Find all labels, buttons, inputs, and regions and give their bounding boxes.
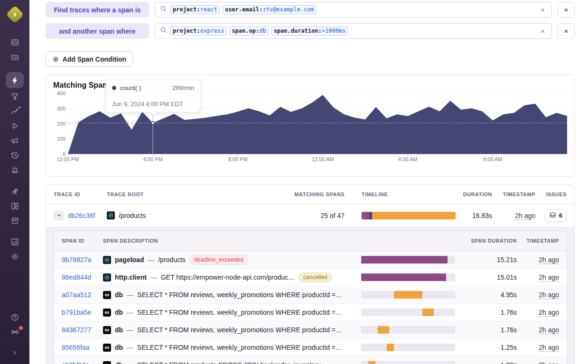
relative-timestamp[interactable]: 2h ago: [539, 291, 559, 299]
relative-timestamp[interactable]: 2h ago: [539, 256, 559, 264]
search-icon: [160, 5, 167, 14]
token-key: span.op:: [232, 27, 259, 34]
sidebar-item-discover[interactable]: [6, 184, 23, 199]
y-axis-label: 200: [53, 121, 65, 127]
sidebar-item-explore[interactable]: [6, 72, 24, 88]
relative-timestamp[interactable]: 2h ago: [539, 326, 559, 334]
span-search-input[interactable]: project:reactuser.email:ztv@example.com×: [155, 2, 552, 18]
span-timestamp-cell: 2h ago: [539, 343, 559, 352]
sidebar: [0, 0, 29, 364]
sidebar-item-funnel[interactable]: [6, 89, 23, 104]
filter-token[interactable]: project:react: [170, 5, 220, 14]
span-search-input[interactable]: project:expressspan.op:dbspan.duration:>…: [155, 23, 552, 39]
span-row: 9b78827apageload—/productsdeadline_excee…: [54, 251, 567, 269]
dash-separator: —: [148, 256, 154, 264]
clear-search-icon[interactable]: ×: [539, 5, 547, 14]
sidebar-item-stats[interactable]: [6, 235, 23, 249]
relative-timestamp[interactable]: 2h ago: [539, 361, 559, 364]
sentry-logo[interactable]: [4, 4, 25, 25]
span-op: db: [115, 291, 123, 299]
column-header-timestamp: TIMESTAMP: [527, 238, 559, 244]
span-duration-cell: 1.76s: [501, 326, 517, 334]
filter-token[interactable]: span.duration:>1000ms: [271, 27, 348, 36]
delete-condition-button[interactable]: ×: [558, 23, 575, 39]
issues-cell: 6: [545, 209, 567, 222]
span-timeline-cell: [361, 361, 456, 364]
timeline-bar-segment: [394, 291, 422, 299]
alerts-icon: [10, 165, 19, 174]
relative-timestamp[interactable]: 2h ago: [539, 344, 559, 351]
timeline-bar: [361, 256, 455, 264]
sidebar-item-projects[interactable]: [6, 50, 23, 64]
span-description-text: SELECT * FROM reviews, weekly_promotions…: [137, 326, 342, 334]
span-id-link[interactable]: b791ba5e: [62, 309, 91, 316]
filter-token[interactable]: user.email:ztv@example.com: [223, 5, 317, 14]
search-token-list: project:reactuser.email:ztv@example.com: [170, 5, 535, 14]
timeline-bar-segment: [362, 212, 369, 219]
trace-id-link[interactable]: db26c36f: [68, 212, 95, 219]
traces-table-panel: TRACE IDTRACE ROOTMATCHING SPANSTIMELINE…: [46, 184, 575, 364]
delete-condition-button[interactable]: ×: [558, 2, 575, 18]
react-platform-icon: [107, 211, 115, 219]
sidebar-item-replays[interactable]: [6, 118, 23, 133]
sidebar-item-releases[interactable]: [6, 148, 23, 163]
timeline-bar-segment: [361, 256, 448, 264]
span-timeline-cell: [361, 273, 456, 281]
token-key: user.email:: [225, 6, 262, 13]
span-description-cell: http.client—GET https://empower-node-api…: [103, 273, 361, 282]
sidebar-item-help[interactable]: [6, 310, 23, 325]
span-id-link[interactable]: 85656faa: [62, 344, 89, 351]
sidebar-item-alerts[interactable]: [6, 163, 23, 177]
filter-token[interactable]: span.op:db: [229, 27, 268, 36]
relative-timestamp[interactable]: 2h ago: [539, 273, 559, 281]
replays-icon: [10, 121, 19, 130]
span-description-cell: exdb—SELECT * FROM reviews, weekly_promo…: [103, 291, 361, 299]
span-description-text: SELECT * FROM reviews, weekly_promotions…: [137, 291, 342, 299]
search-token-list: project:expressspan.op:dbspan.duration:>…: [170, 27, 535, 36]
sidebar-item-feedback[interactable]: [6, 133, 23, 148]
span-id-link[interactable]: ab2bf12e: [62, 361, 89, 364]
column-header-timeline: TIMELINE: [362, 191, 456, 197]
issues-count: 6: [559, 212, 562, 219]
timeline-bar-segment: [372, 212, 456, 219]
trace-explorer-page: Find traces where a span isproject:react…: [29, 0, 588, 364]
relative-timestamp[interactable]: 2h ago: [539, 309, 559, 316]
trace-root-name: /products: [119, 212, 146, 219]
dashboards-icon: [10, 201, 19, 210]
span-description-text: /products: [158, 256, 186, 264]
sidebar-bottom: [6, 310, 23, 339]
timeline-bar-segment: [387, 344, 394, 351]
sidebar-item-issues[interactable]: [6, 35, 23, 50]
sidebar-item-insights[interactable]: [6, 104, 23, 118]
sidebar-item-broadcast[interactable]: [6, 325, 23, 339]
sidebar-item-settings[interactable]: [6, 249, 23, 264]
react-platform-icon: [103, 256, 111, 264]
column-header-issues: ISSUES: [546, 191, 567, 197]
span-timeline-cell: [361, 291, 456, 299]
clear-search-icon[interactable]: ×: [539, 27, 547, 36]
add-span-condition-button[interactable]: ⊕ Add Span Condition: [46, 51, 133, 67]
column-header-span-description: SPAN DESCRIPTION: [103, 238, 361, 244]
query-builder: Find traces where a span isproject:react…: [46, 2, 575, 39]
expand-trace-button[interactable]: [54, 211, 64, 220]
token-value: db: [259, 27, 266, 34]
span-id-link[interactable]: 9b78827a: [62, 256, 91, 264]
sidebar-collapse-button[interactable]: [0, 342, 29, 364]
sidebar-item-archive[interactable]: [6, 213, 23, 228]
token-value: react: [200, 6, 217, 13]
archive-icon: [10, 216, 19, 225]
trace-root-cell: /products: [107, 211, 288, 219]
sidebar-item-dashboards[interactable]: [6, 199, 23, 213]
token-key: span.duration:: [274, 27, 322, 34]
query-row-label: Find traces where a span is: [46, 2, 149, 18]
relative-timestamp[interactable]: 2h ago: [515, 212, 535, 219]
span-id-link[interactable]: a07aa512: [62, 291, 91, 299]
sidebar-group-4: [6, 235, 23, 264]
span-duration-cell: 1.76s: [501, 309, 517, 316]
notification-dot: [18, 325, 24, 331]
span-id-link[interactable]: 84367277: [62, 326, 91, 334]
trace-issues-button[interactable]: 6: [545, 209, 567, 222]
filter-token[interactable]: project:express: [170, 27, 226, 36]
span-id-link[interactable]: 86ed844d: [62, 273, 91, 281]
span-duration-cell: 1.00s: [501, 361, 517, 364]
